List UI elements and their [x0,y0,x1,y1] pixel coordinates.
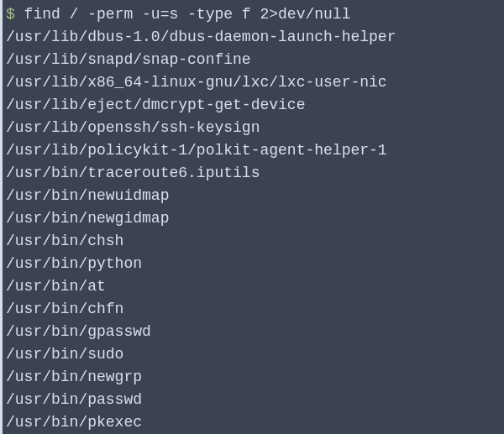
output-line: /usr/lib/x86_64-linux-gnu/lxc/lxc-user-n… [6,71,504,94]
output-line: /usr/bin/traceroute6.iputils [6,162,504,185]
command-line: $ find / -perm -u=s -type f 2>dev/null [6,3,504,26]
output-line: /usr/bin/python [6,253,504,275]
output-line: /usr/lib/snapd/snap-confine [6,49,504,71]
output-line: /usr/bin/sudo [6,343,504,366]
output-line: /usr/bin/gpasswd [6,321,504,343]
output-line: /usr/bin/passwd [6,389,504,411]
command-text: find / -perm -u=s -type f 2>dev/null [24,6,351,23]
output-line: /usr/bin/pkexec [6,411,504,434]
output-line: /usr/lib/policykit-1/polkit-agent-helper… [6,139,504,162]
output-line: /usr/lib/eject/dmcrypt-get-device [6,94,504,117]
output-line: /usr/lib/dbus-1.0/dbus-daemon-launch-hel… [6,26,504,49]
output-line: /usr/bin/chsh [6,230,504,253]
terminal[interactable]: $ find / -perm -u=s -type f 2>dev/null /… [6,3,504,434]
output-line: /usr/bin/newgrp [6,366,504,389]
output-line: /usr/bin/at [6,275,504,298]
output-line: /usr/bin/chfn [6,298,504,321]
output-line: /usr/bin/newgidmap [6,207,504,230]
output-line: /usr/bin/newuidmap [6,185,504,207]
prompt-symbol: $ [6,6,24,23]
output-line: /usr/lib/openssh/ssh-keysign [6,117,504,139]
